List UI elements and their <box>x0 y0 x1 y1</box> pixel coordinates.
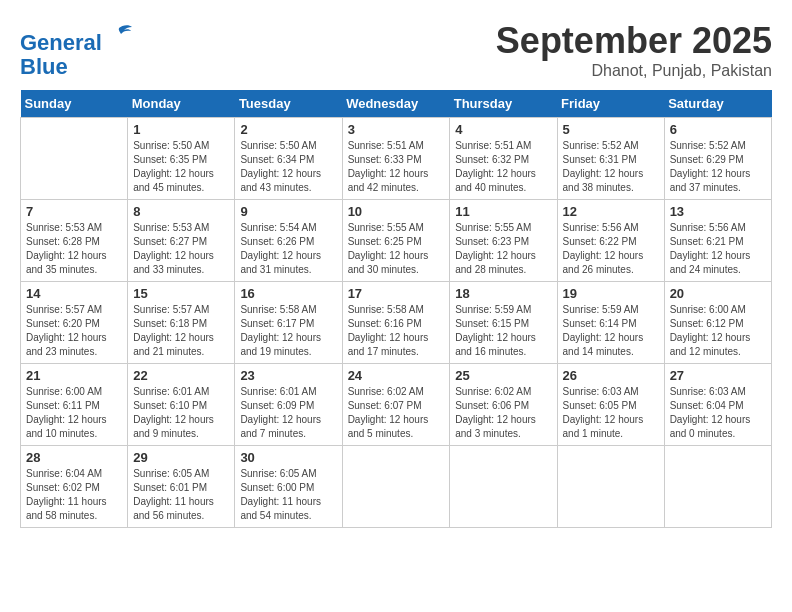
day-info: Sunrise: 5:57 AM Sunset: 6:20 PM Dayligh… <box>26 303 122 359</box>
weekday-header-thursday: Thursday <box>450 90 557 118</box>
day-number: 5 <box>563 122 659 137</box>
day-number: 21 <box>26 368 122 383</box>
logo-bird-icon <box>104 20 134 50</box>
weekday-header-saturday: Saturday <box>664 90 771 118</box>
calendar-cell: 20Sunrise: 6:00 AM Sunset: 6:12 PM Dayli… <box>664 282 771 364</box>
day-info: Sunrise: 5:59 AM Sunset: 6:15 PM Dayligh… <box>455 303 551 359</box>
day-number: 15 <box>133 286 229 301</box>
day-info: Sunrise: 5:52 AM Sunset: 6:29 PM Dayligh… <box>670 139 766 195</box>
day-info: Sunrise: 5:58 AM Sunset: 6:17 PM Dayligh… <box>240 303 336 359</box>
calendar-cell: 7Sunrise: 5:53 AM Sunset: 6:28 PM Daylig… <box>21 200 128 282</box>
day-info: Sunrise: 6:03 AM Sunset: 6:05 PM Dayligh… <box>563 385 659 441</box>
day-info: Sunrise: 6:02 AM Sunset: 6:07 PM Dayligh… <box>348 385 445 441</box>
day-number: 3 <box>348 122 445 137</box>
day-info: Sunrise: 5:55 AM Sunset: 6:23 PM Dayligh… <box>455 221 551 277</box>
day-info: Sunrise: 6:02 AM Sunset: 6:06 PM Dayligh… <box>455 385 551 441</box>
calendar-cell <box>342 446 450 528</box>
calendar-cell: 22Sunrise: 6:01 AM Sunset: 6:10 PM Dayli… <box>128 364 235 446</box>
calendar-week-1: 1Sunrise: 5:50 AM Sunset: 6:35 PM Daylig… <box>21 118 772 200</box>
day-info: Sunrise: 5:55 AM Sunset: 6:25 PM Dayligh… <box>348 221 445 277</box>
calendar-cell: 13Sunrise: 5:56 AM Sunset: 6:21 PM Dayli… <box>664 200 771 282</box>
day-number: 25 <box>455 368 551 383</box>
calendar-cell: 12Sunrise: 5:56 AM Sunset: 6:22 PM Dayli… <box>557 200 664 282</box>
day-info: Sunrise: 6:05 AM Sunset: 6:01 PM Dayligh… <box>133 467 229 523</box>
day-info: Sunrise: 5:51 AM Sunset: 6:33 PM Dayligh… <box>348 139 445 195</box>
day-info: Sunrise: 5:54 AM Sunset: 6:26 PM Dayligh… <box>240 221 336 277</box>
day-number: 18 <box>455 286 551 301</box>
calendar-cell: 23Sunrise: 6:01 AM Sunset: 6:09 PM Dayli… <box>235 364 342 446</box>
calendar-cell <box>450 446 557 528</box>
calendar-cell: 2Sunrise: 5:50 AM Sunset: 6:34 PM Daylig… <box>235 118 342 200</box>
calendar-cell: 24Sunrise: 6:02 AM Sunset: 6:07 PM Dayli… <box>342 364 450 446</box>
calendar-cell: 6Sunrise: 5:52 AM Sunset: 6:29 PM Daylig… <box>664 118 771 200</box>
calendar-cell: 8Sunrise: 5:53 AM Sunset: 6:27 PM Daylig… <box>128 200 235 282</box>
day-number: 17 <box>348 286 445 301</box>
day-info: Sunrise: 6:05 AM Sunset: 6:00 PM Dayligh… <box>240 467 336 523</box>
calendar-cell: 25Sunrise: 6:02 AM Sunset: 6:06 PM Dayli… <box>450 364 557 446</box>
day-number: 9 <box>240 204 336 219</box>
calendar-cell: 27Sunrise: 6:03 AM Sunset: 6:04 PM Dayli… <box>664 364 771 446</box>
day-number: 24 <box>348 368 445 383</box>
day-number: 26 <box>563 368 659 383</box>
calendar-header: SundayMondayTuesdayWednesdayThursdayFrid… <box>21 90 772 118</box>
calendar-cell: 11Sunrise: 5:55 AM Sunset: 6:23 PM Dayli… <box>450 200 557 282</box>
weekday-header-monday: Monday <box>128 90 235 118</box>
day-number: 4 <box>455 122 551 137</box>
logo-blue: Blue <box>20 54 68 79</box>
day-number: 14 <box>26 286 122 301</box>
calendar-cell <box>664 446 771 528</box>
day-info: Sunrise: 6:00 AM Sunset: 6:11 PM Dayligh… <box>26 385 122 441</box>
calendar-table: SundayMondayTuesdayWednesdayThursdayFrid… <box>20 90 772 528</box>
weekday-header-tuesday: Tuesday <box>235 90 342 118</box>
day-info: Sunrise: 5:59 AM Sunset: 6:14 PM Dayligh… <box>563 303 659 359</box>
day-info: Sunrise: 6:01 AM Sunset: 6:09 PM Dayligh… <box>240 385 336 441</box>
day-info: Sunrise: 5:53 AM Sunset: 6:28 PM Dayligh… <box>26 221 122 277</box>
calendar-cell: 9Sunrise: 5:54 AM Sunset: 6:26 PM Daylig… <box>235 200 342 282</box>
weekday-header-friday: Friday <box>557 90 664 118</box>
day-number: 8 <box>133 204 229 219</box>
day-info: Sunrise: 5:53 AM Sunset: 6:27 PM Dayligh… <box>133 221 229 277</box>
calendar-cell: 17Sunrise: 5:58 AM Sunset: 6:16 PM Dayli… <box>342 282 450 364</box>
calendar-cell <box>21 118 128 200</box>
calendar-cell: 15Sunrise: 5:57 AM Sunset: 6:18 PM Dayli… <box>128 282 235 364</box>
day-info: Sunrise: 6:04 AM Sunset: 6:02 PM Dayligh… <box>26 467 122 523</box>
location-subtitle: Dhanot, Punjab, Pakistan <box>496 62 772 80</box>
title-block: September 2025 Dhanot, Punjab, Pakistan <box>496 20 772 80</box>
page-header: General Blue September 2025 Dhanot, Punj… <box>20 20 772 80</box>
day-info: Sunrise: 5:57 AM Sunset: 6:18 PM Dayligh… <box>133 303 229 359</box>
calendar-week-2: 7Sunrise: 5:53 AM Sunset: 6:28 PM Daylig… <box>21 200 772 282</box>
month-title: September 2025 <box>496 20 772 62</box>
day-info: Sunrise: 6:03 AM Sunset: 6:04 PM Dayligh… <box>670 385 766 441</box>
day-info: Sunrise: 5:50 AM Sunset: 6:34 PM Dayligh… <box>240 139 336 195</box>
day-info: Sunrise: 5:56 AM Sunset: 6:22 PM Dayligh… <box>563 221 659 277</box>
day-info: Sunrise: 6:00 AM Sunset: 6:12 PM Dayligh… <box>670 303 766 359</box>
day-number: 22 <box>133 368 229 383</box>
calendar-cell: 3Sunrise: 5:51 AM Sunset: 6:33 PM Daylig… <box>342 118 450 200</box>
day-info: Sunrise: 5:56 AM Sunset: 6:21 PM Dayligh… <box>670 221 766 277</box>
day-info: Sunrise: 5:51 AM Sunset: 6:32 PM Dayligh… <box>455 139 551 195</box>
weekday-header-sunday: Sunday <box>21 90 128 118</box>
calendar-cell: 26Sunrise: 6:03 AM Sunset: 6:05 PM Dayli… <box>557 364 664 446</box>
day-number: 19 <box>563 286 659 301</box>
calendar-cell: 1Sunrise: 5:50 AM Sunset: 6:35 PM Daylig… <box>128 118 235 200</box>
day-number: 7 <box>26 204 122 219</box>
day-info: Sunrise: 5:58 AM Sunset: 6:16 PM Dayligh… <box>348 303 445 359</box>
day-info: Sunrise: 6:01 AM Sunset: 6:10 PM Dayligh… <box>133 385 229 441</box>
weekday-header-wednesday: Wednesday <box>342 90 450 118</box>
calendar-week-4: 21Sunrise: 6:00 AM Sunset: 6:11 PM Dayli… <box>21 364 772 446</box>
calendar-week-5: 28Sunrise: 6:04 AM Sunset: 6:02 PM Dayli… <box>21 446 772 528</box>
calendar-cell: 19Sunrise: 5:59 AM Sunset: 6:14 PM Dayli… <box>557 282 664 364</box>
calendar-week-3: 14Sunrise: 5:57 AM Sunset: 6:20 PM Dayli… <box>21 282 772 364</box>
day-number: 27 <box>670 368 766 383</box>
weekday-header-row: SundayMondayTuesdayWednesdayThursdayFrid… <box>21 90 772 118</box>
calendar-cell: 4Sunrise: 5:51 AM Sunset: 6:32 PM Daylig… <box>450 118 557 200</box>
logo-general: General <box>20 30 102 55</box>
calendar-cell: 5Sunrise: 5:52 AM Sunset: 6:31 PM Daylig… <box>557 118 664 200</box>
calendar-cell: 18Sunrise: 5:59 AM Sunset: 6:15 PM Dayli… <box>450 282 557 364</box>
day-number: 23 <box>240 368 336 383</box>
calendar-cell: 29Sunrise: 6:05 AM Sunset: 6:01 PM Dayli… <box>128 446 235 528</box>
day-number: 30 <box>240 450 336 465</box>
day-info: Sunrise: 5:52 AM Sunset: 6:31 PM Dayligh… <box>563 139 659 195</box>
day-number: 11 <box>455 204 551 219</box>
calendar-cell <box>557 446 664 528</box>
